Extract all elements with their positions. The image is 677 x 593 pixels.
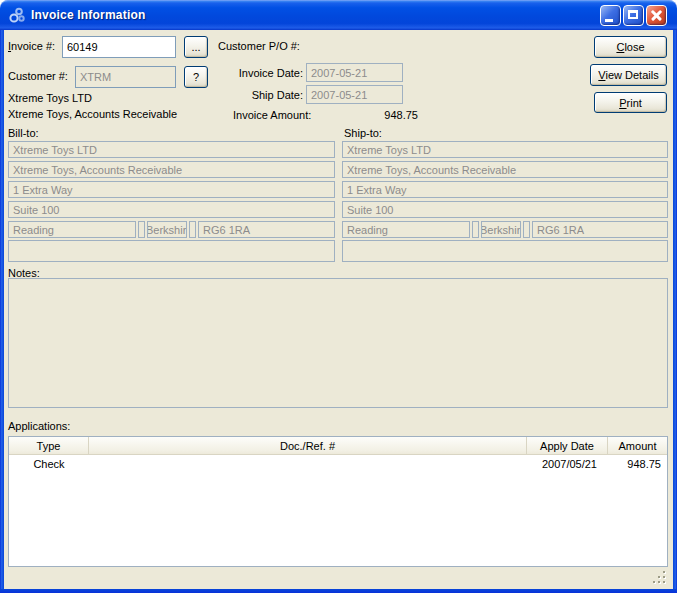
view-details-button[interactable]: View Details [590,64,667,86]
customer-number-label: Customer #: [8,70,68,83]
ship-date-field: 2007-05-21 [306,85,403,104]
bill-to-label: Bill-to: [8,127,39,140]
invoice-date-field: 2007-05-21 [306,63,403,82]
applications-label: Applications: [8,420,70,433]
ship-to-line6-field [342,240,668,262]
ship-date-label: Ship Date: [203,89,303,102]
customer-contact-text: Xtreme Toys, Accounts Receivable [8,108,177,121]
column-header-type[interactable]: Type [9,437,89,454]
customer-number-field: XTRM [75,66,176,88]
minimize-button[interactable] [600,5,621,26]
invoice-amount-label: Invoice Amount: [233,109,311,122]
bill-to-city-field: Reading [8,221,136,238]
maximize-button[interactable] [623,5,644,26]
maximize-icon [628,10,638,19]
ship-to-line1-field: Xtreme Toys LTD [342,141,668,158]
notes-field [8,278,668,408]
window-title: Invoice Information [31,8,145,22]
invoice-amount-value: 948.75 [318,109,418,122]
window-border-bottom [0,589,677,593]
bill-to-line6-field [8,240,335,262]
customer-name-text: Xtreme Toys LTD [8,92,92,105]
bill-to-line4-field: Suite 100 [8,201,335,218]
applications-table: Type Doc./Ref. # Apply Date Amount Check… [8,436,668,567]
ship-to-line2-field: Xtreme Toys, Accounts Receivable [342,161,668,178]
bill-to-postal-field: RG6 1RA [198,221,335,238]
invoice-information-window: Invoice Information Invoice #: ... Custo… [0,0,677,593]
dialog-content: Invoice #: ... Customer P/O #: Close Cus… [4,30,673,589]
bill-to-region-field: Berkshire [147,221,187,238]
cell-type: Check [9,458,89,470]
window-border-right [673,30,677,589]
ship-to-city-field: Reading [342,221,470,238]
ship-to-spacer-field [472,221,479,238]
close-icon [650,9,663,22]
invoice-date-label: Invoice Date: [203,67,303,80]
ship-to-region-field: Berkshire [481,221,521,238]
ship-to-line4-field: Suite 100 [342,201,668,218]
bill-to-spacer-field [189,221,196,238]
rings-icon [8,6,26,24]
bill-to-line1-field: Xtreme Toys LTD [8,141,335,158]
column-header-amount[interactable]: Amount [608,437,667,454]
customer-po-label: Customer P/O #: [218,40,300,53]
bill-to-spacer-field [138,221,145,238]
table-row[interactable]: Check 2007/05/21 948.75 [9,455,667,472]
applications-table-header: Type Doc./Ref. # Apply Date Amount [9,437,667,455]
ship-to-postal-field: RG6 1RA [532,221,668,238]
cell-amount: 948.75 [608,458,667,470]
bill-to-line2-field: Xtreme Toys, Accounts Receivable [8,161,335,178]
invoice-number-input[interactable] [62,36,176,58]
close-button[interactable]: Close [594,36,667,58]
minimize-icon [605,19,613,22]
invoice-browse-button[interactable]: ... [184,36,208,58]
print-button[interactable]: Print [594,92,667,113]
resize-grip-icon[interactable] [652,569,667,584]
cell-apply-date: 2007/05/21 [527,458,608,470]
ship-to-line3-field: 1 Extra Way [342,181,668,198]
column-header-doc-ref[interactable]: Doc./Ref. # [89,437,527,454]
ship-to-spacer-field [523,221,530,238]
column-header-apply-date[interactable]: Apply Date [527,437,608,454]
ship-to-label: Ship-to: [344,127,382,140]
title-bar[interactable]: Invoice Information [0,0,677,30]
window-close-button[interactable] [646,5,667,26]
invoice-number-label: Invoice #: [8,40,55,53]
bill-to-line3-field: 1 Extra Way [8,181,335,198]
